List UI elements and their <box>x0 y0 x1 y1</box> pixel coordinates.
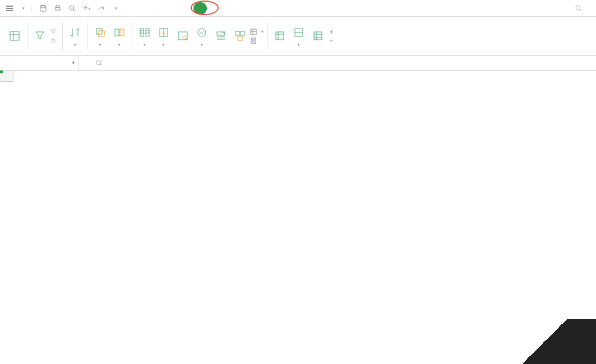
svg-point-26 <box>96 60 101 65</box>
dropdown-icon <box>214 29 228 43</box>
fx-search-icon[interactable] <box>95 59 103 67</box>
collapse-icon <box>328 38 335 44</box>
find-input-button[interactable] <box>174 29 192 44</box>
svg-rect-6 <box>10 31 19 40</box>
svg-rect-11 <box>140 29 144 36</box>
collapse-button[interactable] <box>328 38 337 44</box>
duplicates-button[interactable]: ▾ <box>91 26 109 47</box>
sort-button[interactable]: ▾ <box>66 26 84 47</box>
duplicates-icon <box>94 26 107 39</box>
find-icon <box>176 29 190 43</box>
show-all-icon <box>50 29 57 35</box>
svg-rect-19 <box>241 31 244 35</box>
form-button[interactable] <box>250 38 264 44</box>
tab-member[interactable] <box>254 1 270 16</box>
subtotal-button[interactable] <box>309 29 327 44</box>
split-icon <box>138 26 151 39</box>
preview-icon[interactable] <box>68 4 77 13</box>
name-box[interactable]: ▼ <box>0 56 78 70</box>
svg-rect-25 <box>314 32 322 40</box>
form-icon <box>250 38 257 44</box>
data-compare-button[interactable]: ▾ <box>110 26 128 47</box>
spreadsheet <box>0 71 596 364</box>
consolidate-button[interactable] <box>231 29 249 44</box>
svg-rect-23 <box>276 32 284 40</box>
svg-rect-9 <box>115 29 119 36</box>
redo-icon[interactable] <box>97 4 106 13</box>
ungroup-button[interactable]: ▾ <box>290 26 308 47</box>
svg-rect-21 <box>251 29 256 35</box>
save-icon[interactable] <box>39 4 48 13</box>
svg-point-5 <box>576 6 580 10</box>
svg-rect-18 <box>235 31 239 35</box>
tab-review[interactable] <box>207 1 223 16</box>
print-icon[interactable] <box>53 4 62 13</box>
tab-layout[interactable] <box>162 1 178 16</box>
svg-rect-7 <box>96 29 102 34</box>
command-search[interactable] <box>575 4 592 12</box>
ungroup-icon <box>292 26 306 39</box>
svg-point-4 <box>70 6 74 10</box>
reapply-icon <box>50 38 57 44</box>
filter-icon <box>33 29 47 43</box>
app-menu-icon[interactable] <box>4 3 15 13</box>
validity-button[interactable]: ▾ <box>193 26 211 47</box>
qat-dropdown-icon[interactable]: ▾ <box>112 4 121 13</box>
svg-rect-2 <box>56 7 60 10</box>
file-menu[interactable]: ▾ <box>17 6 28 11</box>
chevron-down-icon: ▾ <box>22 6 25 11</box>
pivot-table-button[interactable] <box>6 29 24 44</box>
svg-rect-1 <box>41 6 45 8</box>
validity-icon <box>195 26 209 39</box>
text-to-columns-button[interactable]: ▾ <box>136 26 154 47</box>
undo-icon[interactable] <box>82 4 91 13</box>
fill-button[interactable]: ▾ <box>155 26 173 47</box>
whatif-button[interactable]: ▾ <box>250 29 264 35</box>
dropdown-list-button[interactable] <box>212 29 230 44</box>
group-button[interactable] <box>271 29 289 44</box>
quick-access-toolbar: ▾ <box>39 4 121 13</box>
search-icon <box>575 4 583 12</box>
formula-bar: ▼ <box>0 56 596 71</box>
svg-rect-8 <box>99 31 104 36</box>
expand-icon <box>328 29 335 35</box>
name-box-dropdown-icon[interactable]: ▼ <box>71 60 76 66</box>
tab-dev[interactable] <box>238 1 254 16</box>
ribbon-tabs <box>131 0 270 16</box>
tab-data[interactable] <box>193 2 207 15</box>
compare-icon <box>113 26 126 39</box>
tab-start[interactable] <box>131 1 146 16</box>
menu-bar: ▾ | ▾ <box>0 0 596 17</box>
subtotal-icon <box>311 29 325 43</box>
consolidate-icon <box>233 29 247 43</box>
ribbon: ▾ ▾ ▾ ▾ ▾ ▾ ▾ ▾ <box>0 17 596 56</box>
svg-rect-20 <box>238 36 242 40</box>
svg-rect-10 <box>120 29 124 36</box>
tab-insert[interactable] <box>146 1 162 16</box>
group-icon <box>273 29 287 43</box>
reapply-button[interactable] <box>50 38 59 44</box>
whatif-icon <box>250 29 257 35</box>
show-all-button[interactable] <box>50 29 59 35</box>
fill-icon <box>157 26 170 39</box>
expand-button[interactable] <box>328 29 337 35</box>
svg-rect-3 <box>56 6 59 7</box>
autofilter-button[interactable] <box>31 29 49 44</box>
pivot-table-icon <box>8 29 21 43</box>
tab-formula[interactable] <box>178 1 193 16</box>
svg-rect-12 <box>146 29 149 36</box>
corner-logo <box>518 319 596 364</box>
svg-point-16 <box>198 29 206 36</box>
select-all-corner[interactable] <box>0 71 13 82</box>
sort-icon <box>68 26 82 39</box>
tab-view[interactable] <box>223 1 238 16</box>
